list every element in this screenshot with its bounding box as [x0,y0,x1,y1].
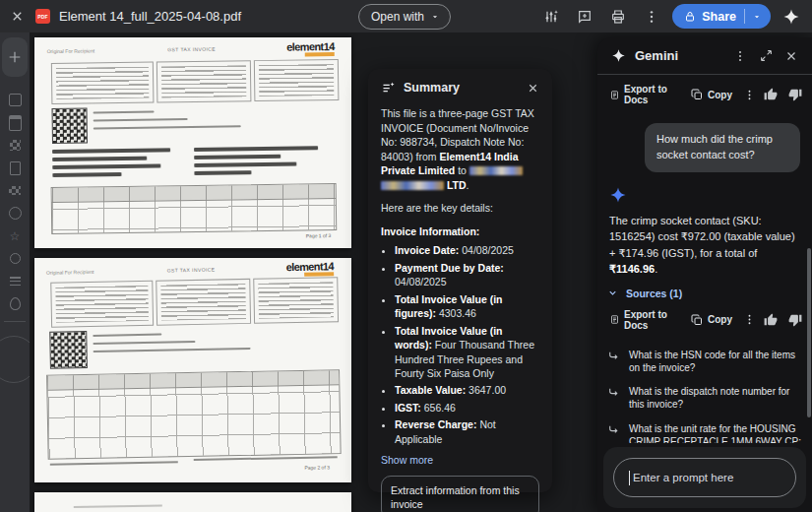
redaction [194,146,318,152]
feedback-icons [764,88,802,101]
answer-total: ₹1146.96 [609,263,655,275]
copy-label: Copy [708,90,732,100]
add-comment-icon[interactable] [572,4,597,30]
prompt-input-container[interactable] [613,458,796,497]
summarize-file-icon[interactable] [538,4,564,30]
scan-text-lines [258,282,334,318]
left-rail: ☆ [0,32,30,512]
redaction [194,162,296,167]
sources-toggle[interactable]: Sources (1) [607,288,802,299]
scan-box [50,281,154,328]
qr-code [49,331,88,369]
apps-grid-icon[interactable] [0,134,30,157]
show-more-link[interactable]: Show more [381,453,539,467]
print-icon[interactable] [605,4,631,30]
copy-button[interactable]: Copy [688,87,735,102]
clock-icon[interactable] [0,202,30,224]
gemini-header-actions [729,45,802,67]
scan-header-boxes [51,59,340,104]
page2-footer: Page 2 of 3 [304,464,330,470]
drop-icon[interactable] [0,292,30,315]
scan-line [93,341,195,345]
reuse-prompt-icon [607,350,620,362]
extract-info-chip[interactable]: Extract information from this invoice [381,476,539,512]
bullet-value: 04/08/2025 [459,244,513,256]
list-item: Total Invoice Value (in words): Four Tho… [395,324,539,381]
export-to-docs-button[interactable]: Export to Docs [607,307,684,333]
more-actions-icon[interactable] [739,311,760,328]
more-options-icon[interactable] [639,4,664,30]
answer-toolbar: Export to Docs Copy [607,307,802,333]
copy-button[interactable]: Copy [688,312,735,328]
flowchart-icon[interactable] [0,179,30,202]
pdf-page-2: Original For Recipient GST TAX INVOICE e… [34,258,351,482]
docs-icon [610,89,619,101]
settings-glyph [10,253,21,264]
suggestion-item[interactable]: What is the unit rate for the HOUSING CR… [607,422,802,443]
redacted-block [52,148,180,181]
gemini-scrollbar[interactable] [807,248,811,417]
scan-header-boxes [50,277,339,328]
docs-icon [610,313,619,326]
suggestion-item[interactable]: What is the HSN code for all the items o… [607,349,802,374]
share-button[interactable]: Share [672,4,771,29]
prompt-input[interactable] [630,472,795,483]
sources-label: Sources (1) [626,288,682,299]
summary-intro: This file is a three-page GST TAX INVOIC… [381,106,539,192]
pdf-page-1: Original For Recipient GST TAX INVOICE e… [34,37,351,248]
comment-icon[interactable] [0,89,30,111]
share-main[interactable]: Share [672,4,744,29]
thumbs-down-icon[interactable] [788,88,802,101]
answer-toolbar: Export to Docs Copy [607,82,802,107]
gemini-conversation[interactable]: Export to Docs Copy How much did the cri… [597,74,812,443]
suggestion-item[interactable]: What is the dispatch note number for thi… [607,385,802,411]
scan-line [94,348,251,352]
new-button[interactable] [2,37,28,77]
reuse-prompt-icon [607,423,620,436]
thumbs-down-icon[interactable] [788,313,802,327]
scan-text-lines [55,286,149,323]
logo-bar [305,52,335,56]
thumbs-up-icon[interactable] [764,313,778,327]
export-to-docs-button[interactable]: Export to Docs [607,82,684,107]
scan-line [93,334,161,337]
calendar-icon[interactable] [0,111,30,134]
gemini-spark-icon[interactable] [779,4,804,30]
chevron-down-icon [752,12,762,22]
drop-glyph [10,297,21,310]
items-table [46,369,342,460]
bullet-label: Taxable Value: [395,384,466,396]
share-label: Share [702,10,736,24]
more-actions-icon[interactable] [739,87,760,103]
thumbs-up-icon[interactable] [764,88,778,101]
element14-logo: element14 [286,40,335,53]
bullet-label: IGST: [395,402,421,414]
scan-line [94,125,241,129]
summary-panel: Summary This file is a three-page GST TA… [368,69,552,492]
settings-icon[interactable] [0,247,30,270]
list-item: Reverse Charge: Not Applicable [395,417,539,446]
redacted-block [194,146,332,179]
copy-label: Copy [708,314,732,325]
prompt-dock [603,447,806,508]
expand-icon[interactable] [755,45,777,67]
list-icon[interactable] [0,270,30,292]
user-message-bubble: How much did the crimp socket contact co… [645,123,800,172]
reuse-prompt-icon [607,386,620,399]
document-icon[interactable] [0,157,30,179]
list-item: Invoice Date: 04/08/2025 [395,243,539,257]
open-with-button[interactable]: Open with [358,4,451,30]
answer-period: . [655,263,657,275]
bullet-value: 656.46 [421,402,456,414]
share-dropdown[interactable] [745,4,771,29]
pdf-file-icon: PDF [35,9,50,24]
summary-header: Summary [381,80,539,96]
close-preview-icon[interactable] [4,4,30,30]
table-header-band [52,184,336,203]
floating-button[interactable] [0,336,30,383]
close-gemini-icon[interactable] [781,45,802,67]
close-summary-icon[interactable] [527,82,539,95]
summary-body: This file is a three-page GST TAX INVOIC… [381,106,539,512]
gemini-more-icon[interactable] [729,45,751,67]
star-icon[interactable]: ☆ [0,224,30,247]
